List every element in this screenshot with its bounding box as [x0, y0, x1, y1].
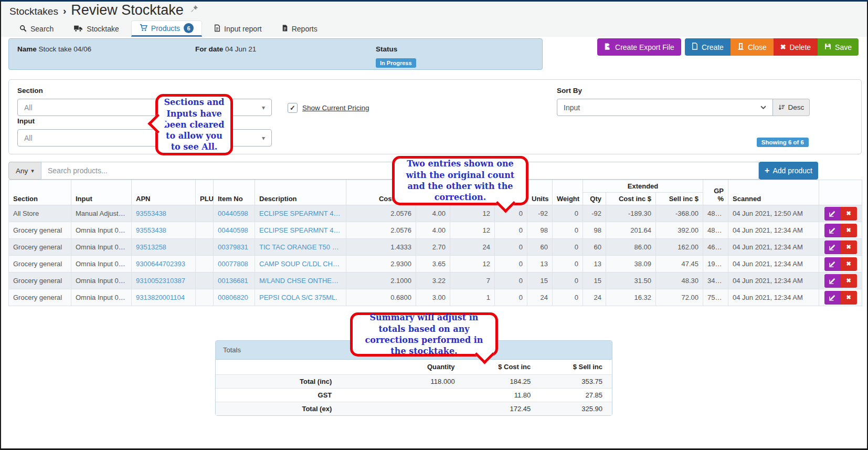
totals-row-label: GST — [216, 388, 341, 402]
delete-button[interactable]: ✖ Delete — [774, 38, 818, 56]
tab-search[interactable]: Search — [12, 21, 61, 37]
cell-scanned: 04 Jun 2021, 12:34 AM — [728, 222, 819, 239]
cell-description[interactable]: PEPSI COLA S/C 375ML. — [255, 289, 346, 306]
cell-item-no[interactable]: 00806820 — [214, 289, 255, 306]
sort-direction-button[interactable]: Desc — [773, 99, 810, 116]
add-product-button[interactable]: + Add product — [759, 162, 818, 180]
add-product-label: Add product — [772, 166, 812, 175]
show-current-pricing-label: Show Current Pricing — [302, 104, 369, 112]
search-scope-button[interactable]: Any ▾ — [8, 162, 41, 180]
cell-plu — [196, 273, 214, 289]
edit-row-button[interactable] — [824, 291, 841, 305]
cell-carton-qty: 12 — [450, 256, 495, 273]
delete-row-button[interactable]: ✖ — [841, 257, 857, 271]
pin-icon[interactable] — [190, 5, 198, 15]
cell-ext-qty: 15 — [583, 273, 606, 289]
totals-row-sell: 353.75 — [540, 374, 612, 388]
cell-weight: 0 — [553, 239, 583, 256]
filter-panel: Section All ▾ Input All ▾ ✓ Show Current… — [8, 79, 862, 154]
cell-item-no[interactable]: 00440598 — [214, 222, 255, 239]
sort-by-select[interactable]: Input — [557, 99, 773, 116]
cell-input: Omnia Input 04-J... — [71, 239, 132, 256]
tab-stocktake[interactable]: Stocktake — [66, 21, 126, 37]
totals-row: GST 11.80 27.85 — [216, 388, 612, 402]
cell-apn[interactable]: 93553438 — [132, 222, 196, 239]
x-icon: ✖ — [846, 244, 851, 250]
cell-plu — [196, 222, 214, 239]
cell-actions: ✖ — [819, 289, 862, 306]
edit-row-button[interactable] — [824, 274, 841, 288]
cell-description[interactable]: ECLIPSE SPEARMNT 40G — [255, 222, 346, 239]
callout-entries-note: Two entries shown one with the original … — [392, 156, 528, 205]
cell-apn[interactable]: 93513258 — [132, 239, 196, 256]
cell-apn[interactable]: 9310052310387 — [132, 273, 196, 289]
tab-input-report[interactable]: Input report — [206, 21, 270, 37]
breadcrumb-chevron-icon: › — [63, 5, 66, 17]
totals-row-cost: 11.80 — [464, 388, 541, 402]
edit-row-button[interactable] — [824, 224, 841, 237]
edit-row-button[interactable] — [824, 257, 841, 271]
cell-item-no[interactable]: 00379831 — [214, 239, 255, 256]
cell-sell-inc: 4.00 — [416, 222, 450, 239]
cell-carton-qty: 24 — [450, 239, 495, 256]
cell-sell-inc: 2.70 — [416, 239, 450, 256]
cell-apn[interactable]: 9313820001104 — [132, 289, 196, 306]
create-button[interactable]: Create — [685, 38, 731, 56]
col-units: Units — [527, 180, 553, 205]
close-button[interactable]: Close — [731, 38, 774, 56]
delete-row-button[interactable]: ✖ — [841, 207, 857, 221]
section-select[interactable]: All ▾ — [17, 99, 272, 116]
cell-carton-qty: 12 — [450, 222, 495, 239]
totals-col-blank — [216, 360, 341, 374]
cell-item-no[interactable]: 00440598 — [214, 205, 255, 222]
totals-col-sell: $ Sell inc — [540, 360, 612, 374]
tab-products[interactable]: Products 6 — [131, 20, 202, 37]
cell-weight: 0 — [553, 222, 583, 239]
cell-ext-qty: 13 — [583, 256, 606, 273]
cell-section: Grocery general — [9, 256, 71, 273]
cell-item-no[interactable]: 00077808 — [214, 256, 255, 273]
cell-scanned: 04 Jun 2021, 12:34 AM — [728, 273, 819, 289]
delete-row-button[interactable]: ✖ — [841, 240, 857, 254]
cell-description[interactable]: M/LAND CHSE ONTHEGO T... — [255, 273, 346, 289]
stocktake-name-field: Name Stock take 04/06 — [17, 45, 91, 53]
cell-description[interactable]: TIC TAC ORANGE T50 24GM — [255, 239, 346, 256]
edit-row-button[interactable] — [824, 207, 841, 221]
for-date-field: For date 04 Jun 21 — [195, 45, 256, 53]
cell-section: Grocery general — [9, 222, 71, 239]
edit-row-button[interactable] — [824, 240, 841, 254]
create-export-file-button[interactable]: Create Export File — [597, 38, 681, 56]
cell-plu — [196, 239, 214, 256]
cell-sell-inc: 3.22 — [416, 273, 450, 289]
cell-ext-qty: 24 — [583, 289, 606, 306]
pencil-square-icon — [829, 260, 836, 267]
status-badge: In Progress — [376, 58, 416, 68]
cell-gp: 34.78 — [703, 273, 728, 289]
cell-ext-sell-inc: 162.00 — [656, 239, 703, 256]
tab-reports[interactable]: Reports — [274, 21, 325, 37]
cell-apn[interactable]: 9300644702393 — [132, 256, 196, 273]
cell-description[interactable]: ECLIPSE SPEARMNT 40G — [255, 205, 346, 222]
cell-units: -92 — [527, 205, 553, 222]
delete-row-button[interactable]: ✖ — [841, 291, 857, 305]
caret-down-icon: ▾ — [31, 168, 34, 174]
cell-scanned: 04 Jun 2021, 12:50 AM — [728, 205, 819, 222]
totals-row-sell: 325.90 — [540, 402, 612, 415]
breadcrumb-stocktakes[interactable]: Stocktakes — [9, 6, 58, 17]
cell-ext-qty: 60 — [583, 239, 606, 256]
delete-label: Delete — [790, 43, 811, 51]
cell-ext-cost-inc: 38.09 — [606, 256, 656, 273]
show-current-pricing-checkbox[interactable]: ✓ Show Current Pricing — [288, 103, 369, 113]
cell-sell-inc: 4.00 — [416, 205, 450, 222]
delete-row-button[interactable]: ✖ — [841, 224, 857, 237]
save-button[interactable]: Save — [818, 38, 859, 56]
totals-col-cost: $ Cost inc — [464, 360, 541, 374]
cell-gp: 75.07 — [703, 289, 728, 306]
cell-description[interactable]: CAMP SOUP C/LDL CHK/N... — [255, 256, 346, 273]
cell-apn[interactable]: 93553438 — [132, 205, 196, 222]
cell-item-no[interactable]: 00136681 — [214, 273, 255, 289]
cell-gp: 19.73 — [703, 256, 728, 273]
input-select[interactable]: All ▾ — [17, 129, 272, 146]
delete-row-button[interactable]: ✖ — [841, 274, 857, 288]
col-item-no: Item No — [214, 180, 255, 205]
